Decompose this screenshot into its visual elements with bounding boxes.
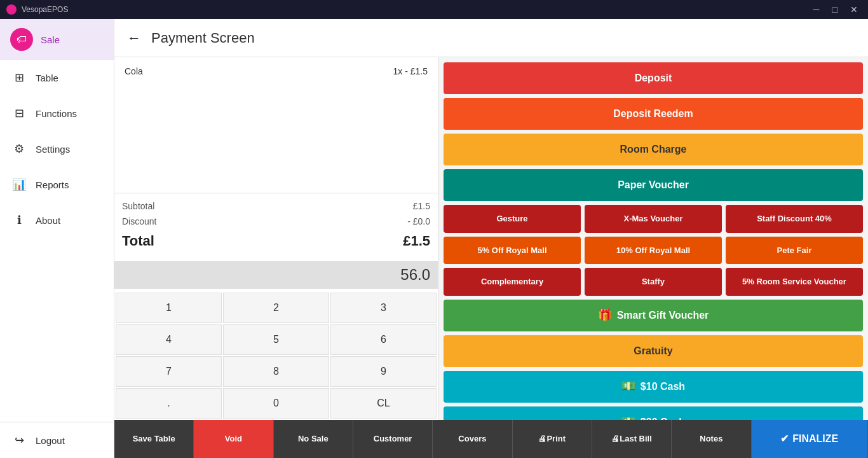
- sidebar-label-table: Table: [36, 73, 58, 83]
- numpad-6[interactable]: 6: [330, 324, 437, 355]
- print-label: Print: [546, 434, 566, 445]
- payment-panel: Deposit Deposit Reedem Room Charge Paper…: [438, 57, 868, 420]
- sidebar-item-functions[interactable]: ⊟ Functions: [0, 95, 114, 131]
- back-button[interactable]: ←: [127, 30, 141, 46]
- pete-fair-button[interactable]: Pete Fair: [726, 237, 863, 265]
- notes-button[interactable]: Notes: [672, 420, 751, 458]
- void-button[interactable]: Void: [194, 420, 273, 458]
- sidebar-label-sale: Sale: [41, 34, 60, 45]
- discount-buttons-row2: 5% Off Royal Mall 10% Off Royal Mall Pet…: [444, 237, 863, 265]
- app-icon: [6, 4, 17, 15]
- settings-icon: ⚙: [10, 140, 28, 158]
- subtotal-label: Subtotal: [122, 201, 154, 211]
- numpad-9[interactable]: 9: [330, 356, 437, 387]
- window-controls: ─ □ ✕: [810, 3, 862, 16]
- covers-button[interactable]: Covers: [433, 420, 512, 458]
- close-button[interactable]: ✕: [846, 3, 862, 16]
- functions-icon: ⊟: [10, 104, 28, 122]
- item-qty-price: 1x - £1.5: [393, 66, 428, 76]
- deposit-button[interactable]: Deposit: [444, 62, 863, 94]
- finalize-button[interactable]: ✔ FINALIZE: [752, 420, 868, 458]
- sale-icon: 🏷: [10, 28, 33, 51]
- numpad-8[interactable]: 8: [223, 356, 329, 387]
- finalize-icon: ✔: [780, 433, 789, 446]
- numpad-5[interactable]: 5: [223, 324, 329, 355]
- logout-label: Logout: [36, 435, 65, 446]
- print-icon: 🖨: [538, 434, 546, 445]
- save-table-button[interactable]: Save Table: [114, 420, 194, 458]
- numpad-7[interactable]: 7: [116, 356, 222, 387]
- numpad-clear[interactable]: CL: [330, 388, 437, 419]
- discount-buttons-row3: Complementary Staffy 5% Room Service Vou…: [444, 268, 863, 296]
- no-sale-button[interactable]: No Sale: [274, 420, 353, 458]
- discount-value: - £0.0: [407, 216, 430, 226]
- sidebar-label-settings: Settings: [36, 144, 70, 155]
- gesture-button[interactable]: Gesture: [444, 205, 581, 233]
- maximize-button[interactable]: □: [829, 3, 841, 16]
- sidebar-item-reports[interactable]: 📊 Reports: [0, 167, 114, 202]
- about-icon: ℹ: [10, 211, 28, 229]
- numpad-dot[interactable]: .: [116, 388, 222, 419]
- staffy-button[interactable]: Staffy: [585, 268, 722, 296]
- sidebar: 🏷 Sale ⊞ Table ⊟ Functions ⚙ Settings 📊 …: [0, 19, 114, 458]
- complementary-button[interactable]: Complementary: [444, 268, 581, 296]
- total-value: £1.5: [403, 233, 430, 249]
- sidebar-item-settings[interactable]: ⚙ Settings: [0, 131, 114, 167]
- cash-10-icon: 💵: [621, 380, 635, 394]
- sidebar-label-functions: Functions: [36, 108, 77, 119]
- sidebar-label-about: About: [36, 215, 60, 226]
- cash-10-label: $10 Cash: [641, 380, 685, 392]
- cash-20-icon: 💵: [621, 415, 635, 420]
- minimize-button[interactable]: ─: [810, 3, 824, 16]
- logout-icon: ↪: [10, 431, 28, 449]
- header: ← Payment Screen: [114, 19, 868, 57]
- order-totals: Subtotal £1.5 Discount - £0.0 Total £1.5: [114, 193, 438, 258]
- bottom-bar: Save Table Void No Sale Customer Covers …: [114, 420, 868, 458]
- app-title: VesopaEPOS: [22, 5, 810, 14]
- last-bill-icon: 🖨: [611, 434, 620, 445]
- discount-buttons-row1: Gesture X-Mas Voucher Staff Discount 40%: [444, 205, 863, 233]
- total-row: Total £1.5: [122, 229, 430, 253]
- sidebar-item-sale[interactable]: 🏷 Sale: [0, 19, 114, 60]
- total-label: Total: [122, 233, 154, 249]
- last-bill-label: Last Bill: [620, 434, 652, 445]
- sidebar-label-reports: Reports: [36, 179, 69, 190]
- order-item: Cola 1x - £1.5: [121, 64, 431, 79]
- deposit-redeem-button[interactable]: Deposit Reedem: [444, 98, 863, 130]
- ten-off-royal-button[interactable]: 10% Off Royal Mall: [585, 237, 722, 265]
- numpad-4[interactable]: 4: [116, 324, 222, 355]
- room-service-button[interactable]: 5% Room Service Voucher: [726, 268, 863, 296]
- table-icon: ⊞: [10, 69, 28, 87]
- print-button[interactable]: 🖨 Print: [513, 420, 592, 458]
- paper-voucher-button[interactable]: Paper Voucher: [444, 169, 863, 201]
- gratuity-button[interactable]: Gratuity: [444, 335, 863, 367]
- last-bill-button[interactable]: 🖨 Last Bill: [592, 420, 672, 458]
- reports-icon: 📊: [10, 176, 28, 193]
- sidebar-item-table[interactable]: ⊞ Table: [0, 60, 114, 95]
- sidebar-item-about[interactable]: ℹ About: [0, 202, 114, 238]
- titlebar: VesopaEPOS ─ □ ✕: [0, 0, 868, 19]
- numpad-2[interactable]: 2: [223, 293, 329, 323]
- gift-icon: 🎁: [598, 309, 612, 323]
- numpad-3[interactable]: 3: [330, 293, 437, 323]
- subtotal-value: £1.5: [413, 201, 430, 211]
- numpad-0[interactable]: 0: [223, 388, 329, 419]
- subtotal-row: Subtotal £1.5: [122, 198, 430, 214]
- five-off-royal-button[interactable]: 5% Off Royal Mall: [444, 237, 581, 265]
- order-items: Cola 1x - £1.5: [114, 57, 438, 193]
- room-charge-button[interactable]: Room Charge: [444, 134, 863, 165]
- staff-discount-button[interactable]: Staff Discount 40%: [726, 205, 863, 233]
- item-name: Cola: [125, 66, 143, 76]
- customer-button[interactable]: Customer: [353, 420, 433, 458]
- logout-button[interactable]: ↪ Logout: [0, 422, 114, 458]
- finalize-label: FINALIZE: [792, 433, 838, 446]
- page-title: Payment Screen: [151, 30, 255, 46]
- discount-label: Discount: [122, 216, 156, 226]
- numpad-1[interactable]: 1: [116, 293, 222, 323]
- cash-20-button[interactable]: 💵 $20 Cash: [444, 406, 863, 420]
- smart-gift-button[interactable]: 🎁 Smart Gift Voucher: [444, 300, 863, 331]
- smart-gift-label: Smart Gift Voucher: [617, 309, 709, 321]
- cash-10-button[interactable]: 💵 $10 Cash: [444, 371, 863, 403]
- xmas-voucher-button[interactable]: X-Mas Voucher: [585, 205, 722, 233]
- order-panel: Cola 1x - £1.5 Subtotal £1.5 Discount - …: [114, 57, 438, 420]
